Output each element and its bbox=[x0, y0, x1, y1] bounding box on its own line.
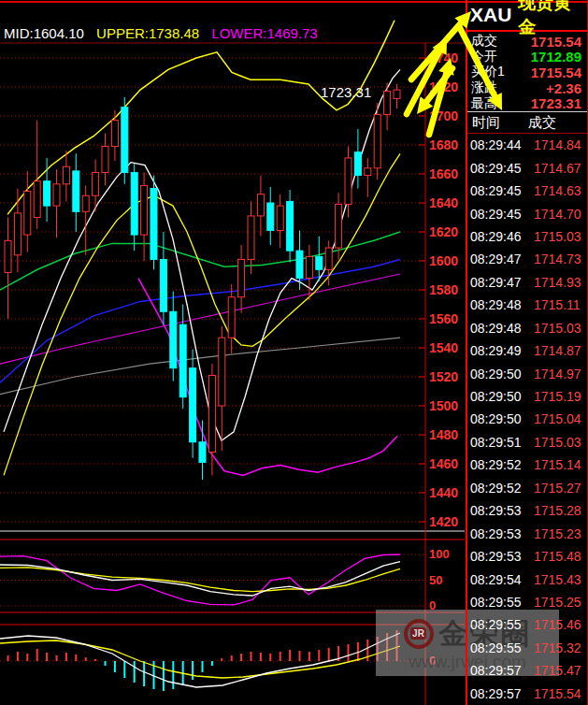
candles bbox=[5, 82, 400, 480]
tick-time: 08:29:45 bbox=[470, 161, 528, 176]
tick-price: 1715.28 bbox=[534, 503, 581, 518]
tick-time: 08:29:52 bbox=[470, 457, 528, 472]
tick-row: 08:29:481715.03 bbox=[467, 317, 587, 339]
down-candle bbox=[151, 189, 157, 260]
quote-field-value: 1715.54 bbox=[531, 34, 581, 50]
up-candle bbox=[306, 256, 312, 278]
tick-time: 08:29:50 bbox=[470, 411, 528, 426]
up-candle bbox=[248, 216, 254, 260]
tick-row: 08:29:521715.14 bbox=[467, 453, 587, 476]
tick-price: 1715.54 bbox=[534, 686, 581, 701]
quote-row: 买价11715.54 bbox=[467, 65, 587, 79]
tick-time: 08:29:51 bbox=[470, 435, 528, 450]
y-axis-label: 1440 bbox=[429, 485, 458, 500]
macd-DEA-line bbox=[0, 640, 400, 678]
tick-time: 08:29:45 bbox=[470, 183, 528, 198]
tick-row: 08:29:521715.27 bbox=[467, 477, 587, 499]
boll-mid-value: MID:1604.10 bbox=[4, 25, 84, 41]
tick-time: 08:29:55 bbox=[470, 617, 528, 632]
tick-time-column-header: 时间 bbox=[472, 114, 500, 132]
tick-price: 1715.23 bbox=[534, 526, 581, 541]
quote-field-label: 涨跌 bbox=[471, 79, 497, 96]
tick-price: 1715.43 bbox=[534, 572, 581, 587]
tick-time: 08:29:54 bbox=[470, 572, 528, 587]
tick-price: 1714.63 bbox=[534, 183, 581, 198]
quote-row: 涨跌+2.36 bbox=[467, 80, 587, 95]
y-axis-label: 1580 bbox=[429, 282, 458, 297]
tick-price: 1714.97 bbox=[534, 367, 581, 381]
quote-row: 成交1715.54 bbox=[467, 34, 587, 49]
up-candle bbox=[394, 90, 400, 98]
tick-price: 1715.04 bbox=[534, 411, 581, 426]
kdj-axis-label: 50 bbox=[429, 573, 442, 587]
up-candle bbox=[24, 192, 31, 236]
quote-field-value: +2.36 bbox=[546, 80, 581, 96]
tick-time: 08:29:52 bbox=[470, 481, 528, 496]
ma-gray-line bbox=[0, 338, 400, 394]
tick-price: 1714.84 bbox=[534, 137, 581, 152]
y-axis-label: 1500 bbox=[429, 398, 458, 413]
tick-list[interactable]: 08:29:441714.8408:29:451714.6708:29:4517… bbox=[467, 134, 587, 705]
tick-time: 08:29:57 bbox=[470, 686, 528, 701]
tick-time: 08:29:49 bbox=[470, 343, 528, 358]
tick-row: 08:29:531715.23 bbox=[467, 522, 587, 544]
tick-row: 08:29:461715.03 bbox=[467, 225, 587, 248]
y-axis-label: 1420 bbox=[429, 514, 458, 529]
trading-terminal-window: 1740172017001680166016401620160015801560… bbox=[0, 0, 588, 705]
tick-time: 08:29:50 bbox=[470, 389, 528, 404]
down-candle bbox=[354, 152, 361, 176]
up-candle bbox=[384, 92, 391, 115]
y-axis-label: 1540 bbox=[429, 340, 458, 355]
tick-row: 08:29:501715.04 bbox=[467, 408, 587, 430]
up-candle bbox=[345, 158, 351, 205]
tick-list-header: 时间 成交 bbox=[467, 112, 587, 133]
up-candle bbox=[34, 181, 40, 218]
down-candle bbox=[122, 108, 128, 173]
tick-time: 08:29:45 bbox=[470, 207, 528, 222]
tick-row: 08:29:441714.84 bbox=[467, 134, 587, 156]
down-candle bbox=[267, 203, 274, 230]
ma-white-line bbox=[4, 69, 400, 440]
quote-row: 今开1712.89 bbox=[467, 50, 587, 65]
up-candle bbox=[325, 248, 332, 269]
tick-price: 1715.32 bbox=[534, 640, 581, 655]
up-candle bbox=[365, 168, 371, 176]
tick-price: 1715.03 bbox=[534, 321, 581, 336]
y-axis-label: 1700 bbox=[429, 108, 458, 123]
tick-row: 08:29:501715.19 bbox=[467, 385, 587, 408]
down-candle bbox=[131, 172, 137, 235]
down-candle bbox=[44, 181, 50, 206]
down-candle bbox=[190, 368, 196, 442]
down-candle bbox=[170, 311, 177, 367]
tick-price: 1715.14 bbox=[534, 457, 581, 472]
tick-row: 08:29:451714.67 bbox=[467, 156, 587, 179]
quote-field-value: 1723.31 bbox=[531, 95, 581, 111]
up-candle bbox=[336, 205, 342, 248]
y-axis-label: 1460 bbox=[429, 456, 458, 471]
tick-row: 08:29:571715.47 bbox=[467, 659, 587, 682]
up-candle bbox=[208, 375, 215, 452]
y-axis-label: 1620 bbox=[429, 224, 458, 239]
y-axis-label: 1520 bbox=[429, 369, 458, 384]
tick-time: 08:29:48 bbox=[470, 297, 528, 312]
tick-time: 08:29:53 bbox=[470, 526, 528, 541]
up-candle bbox=[374, 114, 380, 167]
macd-panel: 0 bbox=[0, 630, 436, 691]
tick-time: 08:29:50 bbox=[470, 367, 528, 381]
tick-time: 08:29:55 bbox=[470, 595, 528, 610]
tick-price: 1715.19 bbox=[534, 389, 581, 404]
tick-time: 08:29:55 bbox=[470, 640, 528, 655]
up-candle bbox=[53, 184, 60, 206]
quote-field-label: 买价1 bbox=[471, 64, 505, 80]
tick-price: 1714.70 bbox=[534, 207, 581, 222]
kdj-D-line bbox=[0, 568, 400, 592]
down-candle bbox=[179, 324, 186, 397]
tick-row: 08:29:551715.25 bbox=[467, 591, 587, 613]
tick-price: 1715.47 bbox=[534, 663, 581, 678]
quote-field-label: 成交 bbox=[471, 33, 497, 50]
y-axis-label: 1720 bbox=[429, 79, 458, 94]
tick-time: 08:29:48 bbox=[470, 321, 528, 336]
tick-row: 08:29:501714.97 bbox=[467, 362, 587, 384]
y-axis-label: 1600 bbox=[429, 253, 458, 268]
kdj-K-line bbox=[0, 562, 400, 596]
